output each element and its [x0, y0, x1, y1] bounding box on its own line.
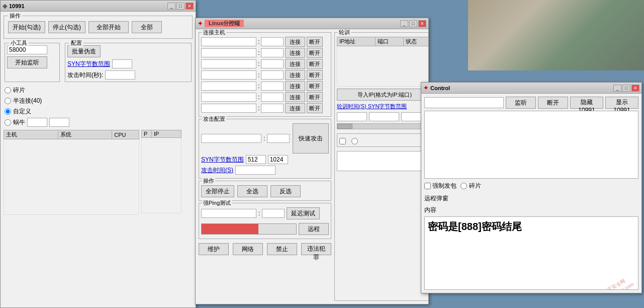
- radio-fragment-control-input[interactable]: [461, 183, 467, 189]
- main-minimize-btn[interactable]: _: [167, 3, 175, 10]
- linux-close-btn[interactable]: ✕: [418, 20, 426, 27]
- connect-ip-3[interactable]: [201, 59, 256, 68]
- force-packet-control-input[interactable]: [424, 183, 431, 189]
- colon-1: :: [258, 38, 259, 45]
- radio-custom-input[interactable]: [5, 108, 11, 115]
- control-main-input[interactable]: [424, 97, 504, 108]
- force-packet-checkbox[interactable]: [339, 138, 347, 144]
- btn-select-all-linux[interactable]: 全选: [237, 185, 267, 197]
- radio-custom-label: 自定义: [13, 107, 31, 116]
- btn-start-check[interactable]: 开始(勾选): [8, 21, 45, 33]
- disconnect-btn-1[interactable]: 断开: [307, 37, 323, 47]
- radio-fragment-control[interactable]: 碎片: [461, 182, 481, 190]
- connect-port-4[interactable]: [261, 70, 284, 80]
- connect-btn-1[interactable]: 连接: [285, 37, 305, 47]
- snail-val1-input[interactable]: [27, 118, 47, 127]
- radio-fragment-input[interactable]: [5, 87, 11, 94]
- connect-port-7[interactable]: [261, 104, 284, 113]
- btn-remote-linux[interactable]: 远程: [299, 223, 329, 235]
- radio-snail[interactable]: 蜗牛: [5, 118, 192, 127]
- syn-range-input-main[interactable]: [112, 59, 132, 68]
- attack-time-input-main[interactable]: [105, 70, 135, 80]
- connect-btn-4[interactable]: 连接: [285, 70, 305, 80]
- disconnect-btn-6[interactable]: 断开: [307, 92, 323, 102]
- connect-port-5[interactable]: [261, 82, 284, 91]
- bottom-btn-row: 维护 网络 禁止 违法犯罪: [199, 243, 331, 255]
- linux-title-bar[interactable]: ✦ Linux分控端 _ □ ✕: [196, 18, 428, 29]
- syn-range-label-linux: SYN字节数范围: [201, 156, 244, 164]
- ping-ip[interactable]: [201, 209, 256, 218]
- radio-fragment-linux[interactable]: [351, 138, 360, 144]
- connect-ip-4[interactable]: [201, 70, 256, 80]
- connect-ip-6[interactable]: [201, 93, 256, 102]
- radio-snail-input[interactable]: [5, 119, 11, 126]
- btn-ban[interactable]: 禁止: [267, 243, 297, 255]
- connect-ip-5[interactable]: [201, 82, 256, 91]
- connect-ip-1[interactable]: [201, 37, 256, 46]
- connect-btn-6[interactable]: 连接: [285, 92, 305, 102]
- connect-port-2[interactable]: [261, 48, 284, 57]
- force-packet-control[interactable]: 强制发包: [424, 182, 456, 190]
- attack-target-port[interactable]: [267, 134, 290, 143]
- control-minimize-btn[interactable]: _: [613, 85, 621, 92]
- wheel-time-input[interactable]: [337, 112, 367, 121]
- main-window: ◈ 10991 _ □ ✕ 操作 开始(勾选) 停止(勾选) 全部开始 全部 小…: [0, 0, 196, 308]
- connect-btn-5[interactable]: 连接: [285, 81, 305, 91]
- connect-ip-7[interactable]: [201, 104, 256, 113]
- btn-disconnect-control[interactable]: 断开: [538, 97, 568, 109]
- main-maximize-btn[interactable]: □: [176, 3, 185, 10]
- btn-start-all[interactable]: 全部开始: [88, 21, 129, 33]
- syn-val1-linux[interactable]: [246, 155, 266, 164]
- btn-hide-control[interactable]: 隐藏10991: [570, 97, 603, 109]
- radio-fragment-linux-input[interactable]: [351, 138, 358, 144]
- btn-delay-test[interactable]: 延迟测试: [287, 207, 320, 219]
- main-title-bar[interactable]: ◈ 10991 _ □ ✕: [1, 1, 196, 12]
- main-close-btn[interactable]: ✕: [186, 3, 194, 10]
- disconnect-btn-3[interactable]: 断开: [307, 59, 323, 69]
- btn-illegal[interactable]: 违法犯罪: [301, 243, 331, 255]
- snail-val2-input[interactable]: [49, 118, 69, 127]
- btn-invert-linux[interactable]: 反选: [270, 185, 301, 197]
- control-maximize-btn[interactable]: □: [622, 85, 630, 92]
- connect-btn-2[interactable]: 连接: [285, 48, 305, 58]
- btn-stop-all-main[interactable]: 全部: [132, 21, 162, 33]
- btn-batch-fake[interactable]: 批量伪造: [67, 45, 101, 57]
- radio-half-conn-input[interactable]: [5, 98, 11, 104]
- radio-half-conn[interactable]: 半连接(40): [5, 97, 192, 105]
- btn-network[interactable]: 网络: [233, 243, 263, 255]
- quick-attack-btn[interactable]: 快速攻击: [293, 123, 329, 153]
- connect-btn-7[interactable]: 连接: [285, 103, 305, 113]
- btn-monitor-control[interactable]: 监听: [506, 97, 536, 109]
- radio-custom[interactable]: 自定义: [5, 107, 192, 116]
- disconnect-btn-5[interactable]: 断开: [307, 81, 323, 91]
- btn-stop-check[interactable]: 停止(勾选): [48, 21, 85, 33]
- connect-ip-2[interactable]: [201, 48, 256, 57]
- control-close-btn[interactable]: ✕: [631, 85, 639, 92]
- disconnect-btn-4[interactable]: 断开: [307, 70, 323, 80]
- disconnect-btn-7[interactable]: 断开: [307, 103, 323, 113]
- disconnect-btn-2[interactable]: 断开: [307, 48, 323, 58]
- connect-port-6[interactable]: [261, 93, 284, 102]
- wheel-syn-input[interactable]: [369, 112, 399, 121]
- btn-stop-all-linux[interactable]: 全部停止: [201, 185, 234, 197]
- ping-port[interactable]: [262, 209, 285, 218]
- btn-import-ip[interactable]: 导入IP(格式为IP:端口): [337, 89, 428, 101]
- btn-maintenance[interactable]: 维护: [199, 243, 229, 255]
- control-title-bar[interactable]: ✦ Control _ □ ✕: [421, 83, 641, 94]
- btn-show-control[interactable]: 显示10991: [605, 97, 638, 109]
- wheel-col-port: 端口: [375, 37, 404, 46]
- connect-port-1[interactable]: [261, 37, 284, 46]
- linux-minimize-btn[interactable]: _: [400, 20, 408, 27]
- remote-popup-content[interactable]: [337, 151, 428, 171]
- radio-fragment[interactable]: 碎片: [5, 86, 192, 95]
- linux-maximize-btn[interactable]: □: [409, 20, 417, 27]
- connect-port-3[interactable]: [261, 59, 284, 68]
- syn-val2-linux[interactable]: [268, 155, 288, 164]
- btn-monitor-main[interactable]: 开始监听: [7, 56, 47, 68]
- scrollbar-h[interactable]: [337, 123, 428, 129]
- main-table: 主机 系统 CPU: [4, 130, 139, 215]
- attack-target-ip[interactable]: [201, 134, 261, 143]
- connect-btn-3[interactable]: 连接: [285, 59, 305, 69]
- force-packet-input[interactable]: [339, 138, 346, 144]
- attack-time-linux[interactable]: [235, 166, 275, 175]
